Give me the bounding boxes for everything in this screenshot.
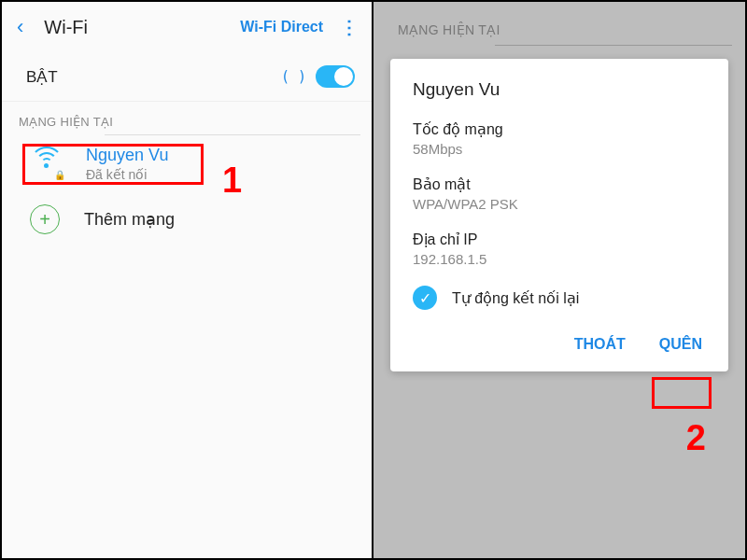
annotation-box-1 xyxy=(22,144,204,185)
ip-value: 192.168.1.5 xyxy=(413,251,706,267)
section-current-network: MẠNG HIỆN TẠI xyxy=(2,102,372,134)
plus-icon: + xyxy=(30,204,60,234)
back-icon[interactable]: ‹ xyxy=(17,15,23,39)
security-value: WPA/WPA2 PSK xyxy=(413,196,706,212)
ip-label: Địa chỉ IP xyxy=(413,231,706,248)
add-network-label: Thêm mạng xyxy=(84,209,175,230)
wifi-settings-pane: ‹ Wi-Fi Wi-Fi Direct ⋮ BẬT ( ) MẠNG HIỆN… xyxy=(2,2,374,558)
page-title: Wi-Fi xyxy=(44,17,240,38)
auto-reconnect-row[interactable]: ✓ Tự động kết nối lại xyxy=(413,286,706,310)
section-current-network: MẠNG HIỆN TẠI xyxy=(374,2,745,45)
toggle-spinner-decor: ( ) xyxy=(281,68,306,85)
annotation-box-2 xyxy=(652,377,712,409)
exit-button[interactable]: THOÁT xyxy=(571,330,629,358)
security-label: Bảo mật xyxy=(413,175,706,193)
wifi-toggle-row: BẬT ( ) xyxy=(2,52,372,102)
auto-reconnect-label: Tự động kết nối lại xyxy=(452,289,579,307)
check-icon: ✓ xyxy=(413,286,437,310)
divider xyxy=(495,45,732,46)
wifi-detail-pane: MẠNG HIỆN TẠI Nguyen Vu Tốc độ mạng 58Mb… xyxy=(374,2,745,558)
more-icon[interactable]: ⋮ xyxy=(340,16,357,38)
speed-value: 58Mbps xyxy=(413,141,706,157)
annotation-number-1: 1 xyxy=(222,161,242,201)
annotation-number-2: 2 xyxy=(686,418,706,458)
add-network-row[interactable]: + Thêm mạng xyxy=(2,191,372,247)
network-detail-dialog: Nguyen Vu Tốc độ mạng 58Mbps Bảo mật WPA… xyxy=(390,59,728,371)
speed-label: Tốc độ mạng xyxy=(413,120,706,138)
wifi-toggle[interactable] xyxy=(316,65,355,88)
header: ‹ Wi-Fi Wi-Fi Direct ⋮ xyxy=(2,2,372,52)
dialog-title: Nguyen Vu xyxy=(413,79,706,100)
wifi-direct-link[interactable]: Wi-Fi Direct xyxy=(240,19,323,35)
wifi-toggle-label: BẬT xyxy=(26,67,281,87)
forget-button[interactable]: QUÊN xyxy=(655,330,706,358)
